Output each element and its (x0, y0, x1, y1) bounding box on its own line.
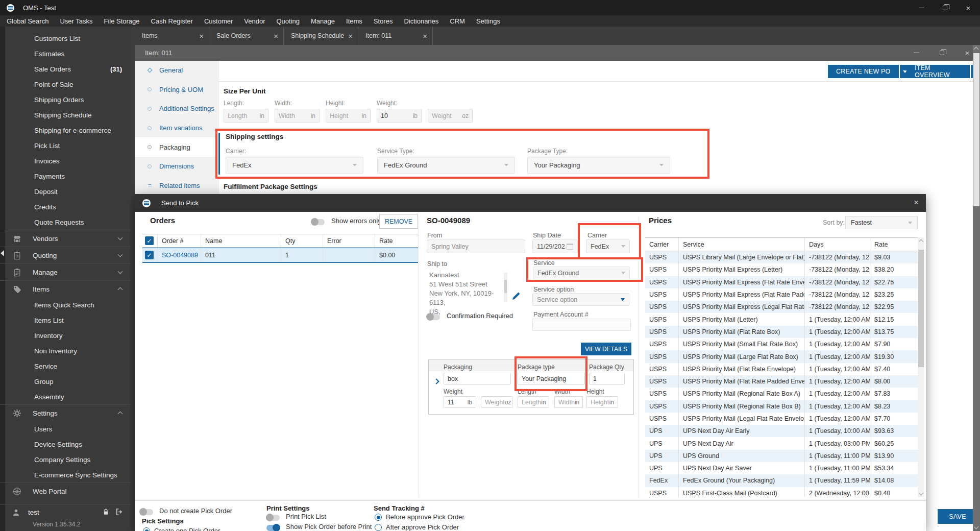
item-overview-button[interactable]: ITEM OVERVIEW (906, 65, 980, 78)
tab-close-icon[interactable]: × (423, 32, 427, 40)
sidebar-item-estimates[interactable]: Estimates (0, 46, 130, 61)
prices-row[interactable]: USPSUSPS Library Mail (Large Envelope or… (645, 251, 918, 263)
row-checkbox[interactable]: ✓ (145, 251, 154, 259)
carrier-select[interactable]: FedEx (586, 239, 630, 253)
length-field[interactable]: Lengthin (518, 396, 549, 408)
print-pick-list-toggle[interactable] (266, 515, 280, 521)
prices-row[interactable]: USPSUSPS Priority Mail Express (Flat Rat… (645, 288, 918, 301)
sidebar-item-items[interactable]: Items (0, 280, 130, 297)
nav-item-item-variations[interactable]: Item variations (135, 118, 219, 138)
main-scrollbar[interactable] (973, 45, 980, 531)
weight-lb-field[interactable]: 11lb (444, 396, 476, 408)
sidebar-item-payments[interactable]: Payments (0, 168, 130, 184)
prices-row[interactable]: USPSUSPS Priority Mail (Flat Rate Envelo… (645, 363, 918, 375)
menu-item-crm[interactable]: CRM (444, 17, 471, 25)
sidebar-item-company-settings[interactable]: Company Settings (0, 452, 130, 467)
weight-oz-field[interactable]: Weightoz (481, 396, 512, 408)
scrollbar-thumb[interactable] (918, 250, 924, 367)
prices-row[interactable]: USPSUSPS Priority Mail Express (Flat Rat… (645, 276, 918, 288)
sidebar-item-device-settings[interactable]: Device Settings (0, 437, 130, 452)
prices-row[interactable]: USPSUSPS Priority Mail Express (Legal Fl… (645, 301, 918, 313)
prices-row[interactable]: USPSUSPS First-Class Mail (Postcard)2 (W… (645, 487, 918, 497)
carrier-select[interactable]: FedEx (226, 157, 363, 174)
sidebar-item-vendors[interactable]: Vendors (0, 230, 130, 247)
nav-item-related-items[interactable]: =Related items (135, 176, 219, 196)
prices-row[interactable]: USPSUSPS Priority Mail (Flat Rate Padded… (645, 375, 918, 388)
prices-row[interactable]: USPSUSPS Priority Mail (Regional Rate Bo… (645, 388, 918, 400)
prices-row[interactable]: FedExFedEx Ground (Your Packaging)1 (Tue… (645, 474, 918, 487)
select-all-checkbox[interactable]: ✓ (145, 236, 154, 245)
prices-row[interactable]: USPSUSPS Priority Mail (Legal Flat Rate … (645, 413, 918, 425)
prices-row[interactable]: USPSUSPS Priority Mail (Large Flat Rate … (645, 350, 918, 363)
prices-row[interactable]: USPSUSPS Priority Mail (Regional Rate Bo… (645, 400, 918, 413)
field-input[interactable]: 10lb (377, 109, 422, 123)
sidebar-item-pick-list[interactable]: Pick List (0, 138, 130, 153)
menu-item-vendor[interactable]: Vendor (238, 17, 271, 25)
sidebar-item-items-list[interactable]: Items List (0, 312, 130, 328)
show-errors-toggle[interactable] (311, 219, 325, 225)
package-type-select[interactable]: Your Packaging (527, 157, 670, 174)
restore-icon[interactable] (933, 0, 957, 15)
nav-item-packaging[interactable]: Packaging (135, 137, 219, 157)
package-qty-field[interactable]: 1 (589, 373, 625, 384)
field-input[interactable]: Heightin (326, 109, 371, 123)
scroll-down-icon[interactable] (974, 524, 979, 529)
sidebar-item-invoices[interactable]: Invoices (0, 153, 130, 168)
prices-row[interactable]: UPSUPS Next Day Air1 (Tuesday, 03:00 PM)… (645, 437, 918, 449)
sidebar-collapse-icon[interactable] (1, 250, 4, 256)
prices-row[interactable]: USPSUSPS Priority Mail Express (Letter)-… (645, 263, 918, 276)
sidebar-item-items-quick-search[interactable]: Items Quick Search (0, 297, 130, 312)
close-icon[interactable]: × (957, 0, 980, 15)
field-input[interactable]: Widthin (275, 109, 320, 123)
service-select[interactable]: FedEx Ground (533, 267, 630, 279)
menu-item-customer[interactable]: Customer (199, 17, 238, 25)
menu-item-cash-register[interactable]: Cash Register (145, 17, 199, 25)
sort-by-select[interactable]: Fastest (845, 216, 918, 229)
modal-close-icon[interactable]: × (914, 198, 919, 207)
nav-item-additional-settings[interactable]: Additional Settings (135, 99, 219, 118)
do-not-create-pick-toggle[interactable] (140, 509, 153, 515)
nav-item-general[interactable]: General (135, 61, 219, 80)
sidebar-item-quote-requests[interactable]: Quote Requests (0, 214, 130, 230)
sidebar-user-row[interactable]: test (0, 504, 130, 520)
after-approve-radio[interactable] (375, 524, 382, 531)
sidebar-item-users[interactable]: Users (0, 421, 130, 437)
height-field[interactable]: Heightin (586, 396, 618, 408)
packaging-field[interactable]: box (444, 373, 511, 384)
sidebar-item-point-of-sale[interactable]: Point of Sale (0, 77, 130, 92)
package-type-field[interactable]: Your Packaging (518, 373, 585, 384)
tab-close-icon[interactable]: × (348, 32, 353, 40)
tab-items[interactable]: Items× (135, 27, 209, 45)
tab-close-icon[interactable]: × (199, 32, 204, 40)
sidebar-item-group[interactable]: Group (0, 374, 130, 389)
prices-row[interactable]: UPSUPS Next Day Air Saver1 (Tuesday, 11:… (645, 462, 918, 474)
scroll-up-icon[interactable] (919, 239, 924, 245)
nav-item-dimensions[interactable]: Dimensions (135, 157, 219, 176)
menu-item-manage[interactable]: Manage (305, 17, 340, 25)
service-type-select[interactable]: FedEx Ground (377, 157, 515, 174)
sidebar-item-e-commerce-sync-settings[interactable]: E-commerce Sync Settings (0, 467, 130, 482)
remove-button[interactable]: REMOVE (379, 214, 418, 229)
sidebar-item-deposit[interactable]: Deposit (0, 184, 130, 199)
prices-row[interactable]: USPSUSPS Priority Mail (Flat Rate Box)1 … (645, 326, 918, 338)
sidebar-item-shipping-schedule[interactable]: Shipping Schedule (0, 107, 130, 123)
sidebar-item-shipping-orders[interactable]: Shipping Orders (0, 92, 130, 107)
tab-shipping-schedule[interactable]: Shipping Schedule× (284, 27, 358, 45)
sidebar-item-quoting[interactable]: ?Quoting (0, 247, 130, 263)
prices-scrollbar[interactable] (918, 237, 924, 497)
prices-row[interactable]: USPSUSPS Priority Mail (Small Flat Rate … (645, 338, 918, 350)
sidebar-item-web-portal[interactable]: Web Portal (0, 482, 130, 499)
sidebar-item-customers-list[interactable]: Customers List (0, 31, 130, 46)
from-field[interactable]: Spring Valley (427, 239, 525, 253)
window-minimize-icon[interactable] (903, 45, 929, 61)
show-pick-order-toggle[interactable] (266, 525, 280, 531)
menu-item-settings[interactable]: Settings (471, 17, 506, 25)
scroll-down-icon[interactable] (919, 491, 924, 496)
sidebar-item-service[interactable]: Service (0, 358, 130, 374)
sidebar-item-assembly[interactable]: Assembly (0, 389, 130, 404)
scroll-up-icon[interactable] (974, 47, 979, 52)
logout-icon[interactable] (115, 508, 123, 517)
expand-package-icon[interactable] (433, 378, 439, 384)
sidebar-item-sale-orders[interactable]: Sale Orders(31) (0, 61, 130, 77)
confirmation-required-toggle[interactable] (427, 314, 440, 320)
